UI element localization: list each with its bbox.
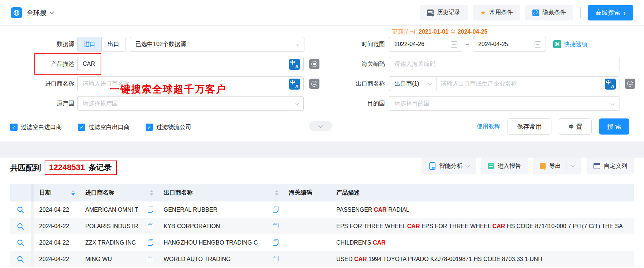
magnifier-icon[interactable] — [17, 206, 24, 214]
columns-icon — [594, 163, 600, 169]
translate-icon[interactable]: 中A — [289, 59, 300, 70]
tutorial-link[interactable]: 使用教程 — [477, 123, 500, 131]
export-button[interactable]: 导出 — [533, 158, 581, 174]
copy-icon[interactable] — [148, 207, 153, 213]
chevron-down-icon — [318, 123, 322, 127]
update-range-text: 更新范围: 2021-01-01 至 2024-04-25 — [392, 28, 488, 36]
header-exporter[interactable]: 出口商名称 — [158, 184, 284, 201]
export-icon — [540, 163, 546, 169]
smart-analysis-button[interactable]: 智能分析 — [422, 158, 476, 174]
header-detail-column — [10, 184, 31, 201]
table-header-row: 日期 进口商名称 出口商名称 海关编码 产品描述 — [10, 184, 634, 201]
chevron-down-icon — [296, 41, 299, 48]
history-icon — [427, 10, 434, 16]
section-divider-band — [0, 141, 644, 158]
chevron-down-icon[interactable] — [571, 163, 575, 167]
origin-select[interactable]: 请选择原产国 — [77, 96, 304, 111]
hs-code-input[interactable]: 请输入海关编码 — [389, 57, 619, 71]
exporter-input[interactable]: 出口商(1) 请输入出口商或生产企业名称 中A — [389, 76, 619, 91]
date-cell: 2024-04-22 — [34, 207, 80, 213]
advanced-search-button[interactable]: 高级搜索 › — [588, 5, 633, 20]
magnifier-icon[interactable] — [17, 223, 24, 230]
product-desc-cell: EPS FOR THREE WHEEL CAR EPS FOR THREE WH… — [331, 218, 634, 234]
fixed-column-gap — [31, 251, 34, 267]
copy-icon[interactable] — [148, 256, 153, 262]
table-row[interactable]: 2024-04-22POLARIS INDUSTRKYB CORPORATION… — [10, 218, 634, 234]
results-table: 日期 进口商名称 出口商名称 海关编码 产品描述 2024-04- — [10, 184, 634, 267]
copy-icon[interactable] — [273, 207, 278, 213]
importer-cell: POLARIS INDUSTR — [80, 223, 158, 230]
search-button[interactable]: 搜 索 — [599, 118, 629, 135]
keyword-highlight: CAR — [374, 207, 387, 213]
exclude-icon[interactable] — [309, 59, 319, 69]
fixed-column-gap — [31, 184, 34, 201]
exporter-type-value: 出口商(1) — [394, 80, 419, 88]
table-row[interactable]: 2024-04-22ZZX TRADING INCHANGZHOU HENGBO… — [10, 234, 634, 251]
sort-icons[interactable] — [275, 190, 278, 196]
red-annotation-box-count: 12248531 条记录 — [45, 161, 117, 175]
save-conditions-button[interactable]: 保存常用 — [508, 118, 551, 135]
results-section: 共匹配到 12248531 条记录 智能分析 进入报告 导出 — [0, 158, 644, 268]
history-button[interactable]: 历史记录 — [420, 5, 468, 20]
custom-columns-button[interactable]: 自定义列 — [587, 158, 634, 174]
magnifier-icon[interactable] — [17, 239, 24, 246]
date-value: 2024-04-22 — [39, 239, 69, 246]
data-source-select[interactable]: 已选中102个数据源 — [130, 37, 304, 52]
favorite-conditions-button[interactable]: ★ 常用条件 — [473, 5, 520, 20]
fixed-column-gap — [31, 234, 34, 251]
red-annotation-box-product — [34, 53, 101, 75]
desc-text: CHILDREN'S — [336, 239, 373, 246]
table-row[interactable]: 2024-04-22MING WUWORLD AUTO TRADINGUSED … — [10, 251, 634, 267]
star-icon: ★ — [480, 10, 486, 16]
header-importer[interactable]: 进口商名称 — [80, 184, 158, 201]
table-row[interactable]: 2024-04-22AMERICAN OMNI TGENERAL RUBBERP… — [10, 201, 634, 218]
header-date[interactable]: 日期 — [34, 184, 80, 201]
row-detail-cell — [10, 201, 31, 218]
desc-text: RADIAL — [387, 207, 409, 213]
checkbox-filter-logistics[interactable]: ✓ 过滤物流公司 — [146, 124, 191, 131]
app-title: 全球搜 — [27, 8, 46, 17]
importer-cell: ZZX TRADING INC — [80, 239, 158, 246]
exclude-icon[interactable] — [625, 79, 635, 89]
quick-options-link[interactable]: ⌘ 快捷选项 — [553, 40, 587, 48]
expand-collapse-pill[interactable] — [309, 121, 332, 131]
results-summary: 共匹配到 12248531 条记录 — [10, 161, 117, 175]
magnifier-icon[interactable] — [17, 256, 24, 263]
exclude-icon[interactable] — [309, 79, 319, 89]
import-tab[interactable]: 进口 — [78, 37, 101, 51]
data-source-label: 数据源 — [10, 37, 74, 52]
desc-text: EPS FOR THREE WHEEL — [336, 223, 407, 229]
copy-icon[interactable] — [273, 256, 278, 262]
enter-report-button[interactable]: 进入报告 — [481, 158, 528, 174]
destination-select[interactable]: 请选择目的国 — [389, 96, 619, 111]
favorites-label: 常用条件 — [489, 9, 513, 16]
date-end-input[interactable]: 2024-04-25 — [473, 37, 546, 52]
checkbox-filter-blank-importer[interactable]: ✓ 过滤空白进口商 — [10, 124, 62, 131]
importer-cell: MING WU — [80, 256, 158, 263]
exporter-name: HANGZHOU HENGBO TRADING C — [164, 239, 258, 246]
date-end-value: 2024-04-25 — [478, 41, 508, 48]
date-start-input[interactable]: 2022-04-26 — [389, 37, 462, 52]
chevron-down-icon — [295, 100, 298, 107]
sort-icons[interactable] — [150, 190, 153, 196]
header-label: 产品描述 — [336, 189, 360, 197]
export-label: 导出 — [549, 162, 561, 170]
app-switcher-chevron-icon[interactable] — [50, 10, 53, 16]
copy-icon[interactable] — [148, 239, 153, 246]
exporter-cell: GENERAL RUBBER — [158, 207, 284, 213]
row-detail-cell — [10, 251, 31, 267]
reset-button[interactable]: 重 置 — [559, 118, 592, 135]
results-toolbar: 智能分析 进入报告 导出 自定义列 — [422, 158, 634, 174]
translate-icon[interactable]: 中A — [289, 79, 300, 90]
translate-icon[interactable]: 中A — [605, 79, 616, 90]
copy-icon[interactable] — [148, 223, 153, 229]
product-desc-input[interactable]: CAR 中A — [77, 57, 304, 71]
checkbox-filter-blank-exporter[interactable]: ✓ 过滤空白出口商 — [78, 124, 130, 131]
copy-icon[interactable] — [273, 223, 278, 229]
copy-icon[interactable] — [273, 239, 278, 246]
export-tab[interactable]: 出口 — [101, 37, 125, 51]
hide-conditions-button[interactable]: 隐藏条件 — [525, 5, 573, 20]
header-hs-code: 海关编码 — [284, 184, 331, 201]
exporter-type-select[interactable]: 出口商(1) — [394, 77, 437, 91]
sort-icons[interactable] — [71, 190, 75, 196]
